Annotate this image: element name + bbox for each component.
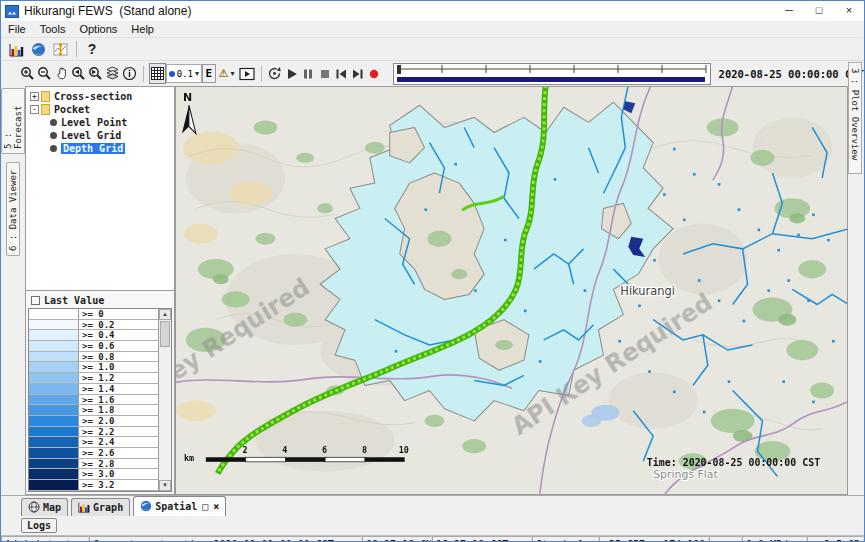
layers-icon[interactable] xyxy=(104,63,121,84)
legend-row[interactable]: >= 0.6 xyxy=(29,341,171,352)
tree-label: Level Grid xyxy=(61,130,121,141)
menu-tools[interactable]: Tools xyxy=(33,21,73,37)
globe-blue-icon xyxy=(140,500,152,512)
warning-dropdown[interactable]: ⚠ ▾ xyxy=(216,64,238,83)
tab-maximize-icon[interactable]: □ xyxy=(202,501,208,512)
skip-to-start-icon[interactable] xyxy=(333,63,350,84)
tab-map[interactable]: Map xyxy=(21,498,68,516)
legend-swatch xyxy=(29,384,79,394)
movie-player-icon[interactable] xyxy=(238,63,256,84)
legend-swatch xyxy=(29,341,79,351)
collapse-icon[interactable]: - xyxy=(30,105,39,114)
legend-swatch xyxy=(29,416,79,426)
filter-tree: + Cross-section - Pocket Level Point Lev… xyxy=(26,87,174,291)
svg-text:4: 4 xyxy=(282,445,287,455)
legend-swatch xyxy=(29,330,79,340)
chevron-down-icon: ▾ xyxy=(195,69,199,78)
map-time-label: Time: 2020-08-25 00:00:00 CST xyxy=(647,457,820,468)
legend-row[interactable]: >= 1.2 xyxy=(29,373,171,384)
minimize-button[interactable]: ─ xyxy=(774,1,804,21)
database-bars-icon[interactable] xyxy=(5,39,27,60)
place-label-hikurangi: Hikurangi xyxy=(620,284,675,298)
scrollbar-thumb[interactable] xyxy=(160,321,170,347)
legend-row[interactable]: >= 1.8 xyxy=(29,405,171,416)
profile-scale-icon[interactable] xyxy=(49,39,71,60)
left-tab-strip: 5 : Forecast 6 : Data Viewer xyxy=(1,86,25,495)
legend-swatch xyxy=(29,427,79,437)
record-icon[interactable] xyxy=(366,63,383,84)
legend-scrollbar[interactable]: ▲ ▼ xyxy=(158,309,171,491)
logs-button[interactable]: Logs xyxy=(21,518,57,533)
legend-row[interactable]: >= 2.0 xyxy=(29,416,171,427)
legend-row[interactable]: >= 0 xyxy=(29,309,171,320)
globe-icon[interactable] xyxy=(27,39,49,60)
legend-row[interactable]: >= 1.0 xyxy=(29,362,171,373)
legend-row[interactable]: >= 1.4 xyxy=(29,384,171,395)
legend-row[interactable]: >= 0.8 xyxy=(29,352,171,363)
play-icon[interactable] xyxy=(283,63,300,84)
tab-plot-overview[interactable]: 3 : Plot Overview xyxy=(848,62,862,174)
tree-node-cross-section[interactable]: + Cross-section xyxy=(26,90,174,103)
label-toggle-button[interactable]: E xyxy=(202,64,216,83)
info-icon[interactable] xyxy=(121,63,138,84)
help-button[interactable]: ? xyxy=(82,39,102,60)
globe-wire-icon xyxy=(28,501,40,513)
slider-thumb[interactable] xyxy=(397,65,401,74)
chevron-down-icon: ▾ xyxy=(231,69,235,78)
tab-graph[interactable]: Graph xyxy=(71,498,130,516)
legend-row[interactable]: >= 2.2 xyxy=(29,427,171,438)
legend-row[interactable]: >= 0.2 xyxy=(29,320,171,331)
tree-node-depth-grid[interactable]: Depth Grid xyxy=(26,142,174,155)
menu-file[interactable]: File xyxy=(1,21,33,37)
skip-to-end-icon[interactable] xyxy=(349,63,366,84)
status-warning[interactable]: ⚠ xyxy=(709,536,742,542)
stop-icon[interactable] xyxy=(316,63,333,84)
pan-hand-icon[interactable] xyxy=(53,63,70,84)
legend-row[interactable]: >= 3.2 xyxy=(29,480,171,491)
status-gmt-time: 08:27:18 GMT xyxy=(362,536,432,542)
tree-label: Level Point xyxy=(61,117,127,128)
legend-row[interactable]: >= 3.0 xyxy=(29,469,171,480)
main-toolbar: ? xyxy=(1,38,864,60)
maximize-button[interactable]: □ xyxy=(804,1,834,21)
toolbar-separator xyxy=(261,66,262,82)
menu-help[interactable]: Help xyxy=(124,21,161,37)
bullet-icon xyxy=(50,145,57,152)
contour-interval-dropdown[interactable]: 0.1 ▾ xyxy=(166,64,202,83)
legend-row[interactable]: >= 2.8 xyxy=(29,459,171,470)
tree-node-pocket[interactable]: - Pocket xyxy=(26,103,174,116)
zoom-in-icon[interactable] xyxy=(19,63,36,84)
map-view[interactable]: Hikurangi Springs Flat API Key Required … xyxy=(175,86,848,495)
zoom-previous-icon[interactable] xyxy=(70,63,87,84)
map-canvas[interactable]: Hikurangi Springs Flat API Key Required … xyxy=(176,87,847,494)
last-value-checkbox[interactable] xyxy=(31,296,40,305)
tab-close-icon[interactable]: × xyxy=(213,501,219,512)
menu-options[interactable]: Options xyxy=(72,21,124,37)
grid-display-icon[interactable] xyxy=(149,63,166,84)
tree-node-level-grid[interactable]: Level Grid xyxy=(26,129,174,142)
expand-icon[interactable]: + xyxy=(30,92,39,101)
close-button[interactable]: × xyxy=(834,1,864,21)
status-coordinates: -35.657 , 174.199 xyxy=(599,536,709,542)
legend-row[interactable]: >= 1.6 xyxy=(29,395,171,406)
rolling-barrel-icon[interactable] xyxy=(266,63,283,84)
tab-spatial[interactable]: Spatial □ × xyxy=(133,496,226,516)
zoom-next-icon[interactable] xyxy=(87,63,104,84)
scroll-up-icon[interactable]: ▲ xyxy=(159,309,171,320)
legend-swatch xyxy=(29,480,79,490)
legend-row[interactable]: >= 2.4 xyxy=(29,437,171,448)
legend-row[interactable]: >= 2.6 xyxy=(29,448,171,459)
tab-forecast[interactable]: 5 : Forecast xyxy=(1,88,25,154)
status-memory: 2.5 GB xyxy=(807,536,864,542)
legend-swatch xyxy=(29,469,79,479)
tree-label-selected: Depth Grid xyxy=(61,143,125,154)
legend-row[interactable]: >= 0.4 xyxy=(29,330,171,341)
tree-node-level-point[interactable]: Level Point xyxy=(26,116,174,129)
label-toggle-glyph: E xyxy=(206,67,213,80)
time-slider[interactable] xyxy=(393,63,711,85)
pause-icon[interactable] xyxy=(300,63,317,84)
scroll-down-icon[interactable]: ▼ xyxy=(159,480,171,491)
bottom-tab-bar: Map Graph Spatial □ × xyxy=(1,495,864,516)
zoom-out-icon[interactable] xyxy=(36,63,53,84)
tab-data-viewer[interactable]: 6 : Data Viewer xyxy=(6,162,20,256)
